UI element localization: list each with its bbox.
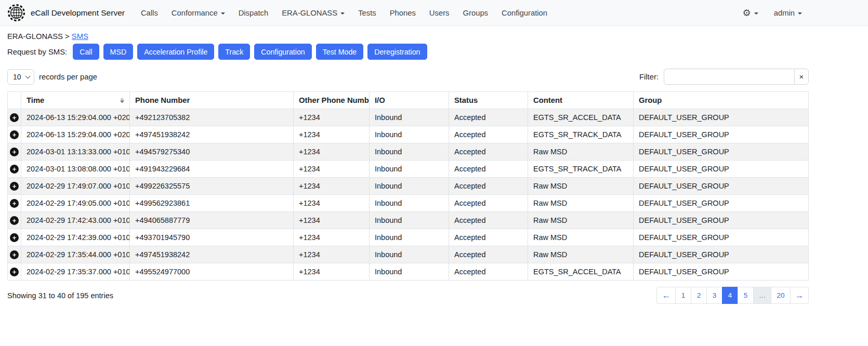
cell-io: Inbound [370,195,449,212]
nav-item-users[interactable]: Users [423,5,456,21]
request-sms-deregistration-button[interactable]: Deregistration [367,44,427,60]
chevron-down-icon [754,12,758,15]
pagination-page-2-button[interactable]: 2 [691,287,707,304]
cell-content: Raw MSD [528,143,634,161]
cell-other-phone: +1234 [294,212,370,229]
nav-item-label: Configuration [502,9,547,17]
nav-item-tests[interactable]: Tests [351,5,383,21]
breadcrumb-parent: ERA-GLONASS [7,32,63,41]
cell-other-phone: +1234 [294,195,370,212]
expand-row-icon[interactable]: + [10,268,19,276]
cell-io: Inbound [370,212,449,229]
col-header-time[interactable]: Time [21,92,130,109]
col-header-phone-number[interactable]: Phone Number [130,92,294,109]
request-sms-msd-button[interactable]: MSD [103,44,134,60]
cell-phone: +494065887779 [130,212,294,229]
nav-item-phones[interactable]: Phones [383,5,423,21]
col-header-io[interactable]: I/O [370,92,449,109]
request-bar-label: Request by SMS: [7,48,67,56]
cell-phone: +497451938242 [130,246,294,263]
filter-label: Filter: [639,73,659,81]
col-header-other-phone-number[interactable]: Other Phone Number [294,92,370,109]
cell-other-phone: +1234 [294,143,370,161]
nav-item-calls[interactable]: Calls [134,5,165,21]
expand-cell: + [8,178,21,195]
cell-group: DEFAULT_USER_GROUP [634,143,809,161]
request-sms-acceleration-profile-button[interactable]: Acceleration Profile [137,44,214,60]
cell-status: Accepted [449,263,528,281]
cell-time: 2024-02-29 17:35:37.000 +0100 [21,263,130,281]
cell-other-phone: +1234 [294,161,370,178]
gear-icon: ⚙ [743,8,751,18]
col-header-content[interactable]: Content [528,92,634,109]
expand-cell: + [8,161,21,178]
table-row: +2024-02-29 17:42:43.000 +0100+494065887… [8,212,809,229]
expand-cell: + [8,246,21,263]
cell-group: DEFAULT_USER_GROUP [634,178,809,195]
expand-cell: + [8,195,21,212]
cell-status: Accepted [449,126,528,143]
page-size-select[interactable]: 10 [7,69,34,85]
breadcrumb-current-link[interactable]: SMS [72,32,88,41]
expand-row-icon[interactable]: + [10,113,19,122]
col-header-time-label: Time [27,96,44,104]
nav-item-conformance[interactable]: Conformance [165,5,232,21]
request-sms-test-mode-button[interactable]: Test Mode [316,44,363,60]
pagination-next-button[interactable]: → [790,287,809,304]
expand-row-icon[interactable]: + [10,250,19,259]
pagination-page-1-button[interactable]: 1 [675,287,691,304]
brand[interactable]: eCall Development Server [7,4,125,22]
user-menu[interactable]: admin [773,5,803,21]
nav-item-label: Groups [463,9,489,17]
nav-item-groups[interactable]: Groups [456,5,495,21]
nav-item-era-glonass[interactable]: ERA-GLONASS [275,5,351,21]
expand-row-icon[interactable]: + [10,199,19,208]
cell-io: Inbound [370,263,449,281]
col-header-group[interactable]: Group [634,92,809,109]
nav-item-configuration[interactable]: Configuration [495,5,554,21]
chevron-down-icon [798,12,802,15]
col-header-status[interactable]: Status [449,92,528,109]
pagination-page-20-button[interactable]: 20 [771,287,790,304]
records-per-page-label: records per page [39,73,97,81]
settings-menu[interactable]: ⚙ [742,4,759,22]
expand-cell: + [8,143,21,161]
pagination-prev-button[interactable]: ← [656,287,676,304]
request-sms-call-button[interactable]: Call [73,44,99,60]
cell-group: DEFAULT_USER_GROUP [634,161,809,178]
col-header-expand [8,92,21,109]
cell-other-phone: +1234 [294,263,370,281]
nav-item-label: ERA-GLONASS [282,9,337,17]
clear-filter-button[interactable]: × [794,69,809,85]
expand-row-icon[interactable]: + [10,165,19,174]
expand-cell: + [8,126,21,143]
cell-io: Inbound [370,143,449,161]
cell-content: EGTS_SR_TRACK_DATA [528,161,634,178]
expand-row-icon[interactable]: + [10,148,19,156]
pagination-page-5-button[interactable]: 5 [738,287,754,304]
cell-content: EGTS_SR_ACCEL_DATA [528,109,634,126]
cell-status: Accepted [449,229,528,246]
pagination-ellipsis: … [753,287,772,304]
expand-row-icon[interactable]: + [10,233,19,242]
filter-input[interactable] [664,69,795,85]
request-sms-track-button[interactable]: Track [218,44,250,60]
expand-cell: + [8,109,21,126]
expand-row-icon[interactable]: + [10,130,19,139]
showing-entries-text: Showing 31 to 40 of 195 entries [7,291,113,300]
cell-time: 2024-06-13 15:29:04.000 +0200 [21,126,130,143]
expand-cell: + [8,212,21,229]
pagination-page-3-button[interactable]: 3 [706,287,722,304]
cell-other-phone: +1234 [294,246,370,263]
expand-row-icon[interactable]: + [10,182,19,191]
cell-group: DEFAULT_USER_GROUP [634,229,809,246]
table-header-row: Time Phone Number Other Phone Number I/O… [8,92,809,109]
cell-status: Accepted [449,246,528,263]
request-sms-configuration-button[interactable]: Configuration [254,44,311,60]
cell-other-phone: +1234 [294,178,370,195]
expand-row-icon[interactable]: + [10,216,19,225]
cell-status: Accepted [449,143,528,161]
cell-phone: +492123705382 [130,109,294,126]
nav-item-dispatch[interactable]: Dispatch [232,5,275,21]
pagination-page-4-button[interactable]: 4 [722,287,738,304]
